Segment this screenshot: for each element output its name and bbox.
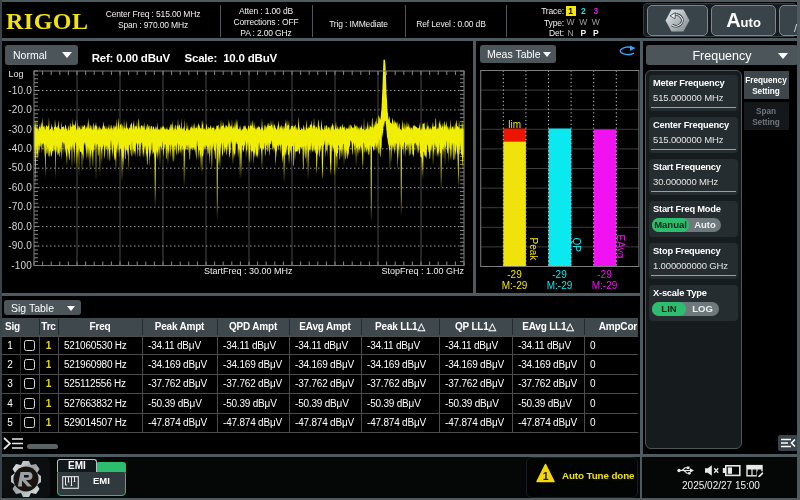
- svg-text:-90.0: -90.0: [8, 240, 32, 251]
- svg-text:QP: QP: [571, 238, 582, 253]
- svg-text:Peak: Peak: [528, 238, 539, 262]
- svg-text:-40.0: -40.0: [8, 143, 32, 154]
- svg-text:1: 1: [543, 470, 549, 482]
- svg-text:lim: lim: [508, 119, 521, 130]
- svg-text:-70.0: -70.0: [8, 201, 32, 212]
- svg-text:-80.0: -80.0: [8, 221, 32, 232]
- svg-text:EAvg: EAvg: [615, 235, 626, 259]
- svg-text:-30.0: -30.0: [8, 124, 32, 135]
- svg-text:-50.0: -50.0: [8, 162, 32, 173]
- svg-text:-20.0: -20.0: [8, 104, 32, 115]
- svg-text:-60.0: -60.0: [8, 182, 32, 193]
- svg-text:-10.0: -10.0: [8, 85, 32, 96]
- svg-text:-100: -100: [11, 260, 32, 271]
